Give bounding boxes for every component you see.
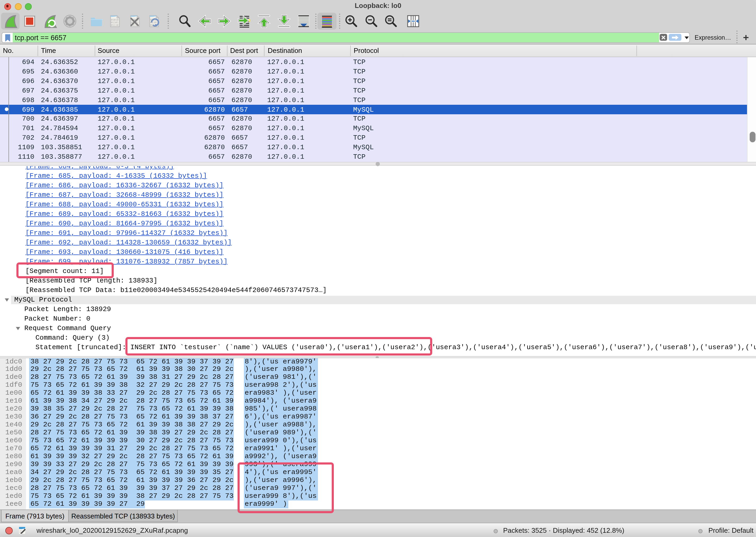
svg-text:01110: 01110 [111,23,118,26]
